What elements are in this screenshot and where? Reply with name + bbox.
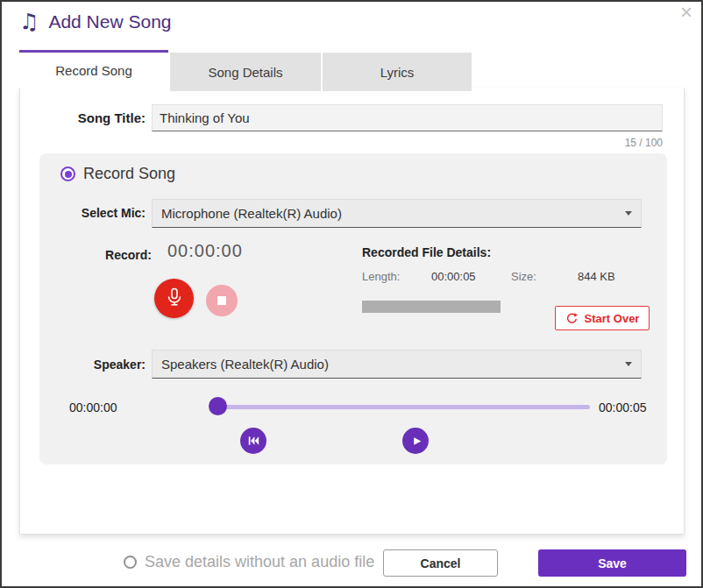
playback-slider-thumb[interactable] (209, 397, 227, 415)
chevron-down-icon (625, 362, 632, 366)
skip-back-icon (247, 435, 259, 447)
record-song-tab-panel: Song Title: 15 / 100 Record Song Select … (19, 88, 685, 535)
size-label: Size: (511, 270, 536, 283)
length-value: 00:00:05 (431, 270, 476, 283)
play-icon (411, 436, 423, 447)
dialog-title: Add New Song (48, 11, 171, 32)
stop-button[interactable] (206, 285, 238, 316)
record-button[interactable] (154, 279, 194, 318)
microphone-icon (166, 287, 183, 309)
char-counter: 15 / 100 (152, 137, 663, 149)
song-title-label: Song Title: (20, 110, 146, 125)
close-icon[interactable]: × (680, 2, 692, 23)
start-over-button[interactable]: Start Over (555, 306, 650, 330)
save-without-audio-radio[interactable]: Save details without an audio file (124, 553, 374, 571)
tab-song-details[interactable]: Song Details (170, 53, 321, 91)
record-song-section: Record Song Select Mic: Microphone (Real… (39, 153, 667, 464)
chevron-down-icon (625, 211, 632, 216)
music-note-icon: ♫ (19, 11, 39, 32)
playback-duration-time: 00:00:05 (599, 400, 647, 414)
select-mic-label: Select Mic: (39, 206, 146, 220)
playback-position-time: 00:00:00 (69, 400, 117, 414)
size-value: 844 KB (578, 270, 615, 283)
length-label: Length: (362, 270, 400, 283)
play-button[interactable] (402, 428, 429, 454)
tab-record-song[interactable]: Record Song (19, 50, 168, 88)
record-timer: 00:00:00 (167, 241, 243, 261)
record-label: Record: (46, 248, 152, 262)
speaker-select-value: Speakers (Realtek(R) Audio) (161, 357, 329, 372)
skip-to-start-button[interactable] (240, 428, 266, 454)
playback-slider-row: 00:00:00 00:00:05 (39, 397, 667, 416)
mic-select[interactable]: Microphone (Realtek(R) Audio) (152, 199, 642, 228)
record-song-radio[interactable]: Record Song (60, 165, 175, 183)
save-button[interactable]: Save (538, 549, 686, 577)
start-over-label: Start Over (585, 312, 640, 325)
tab-lyrics[interactable]: Lyrics (323, 53, 472, 91)
cancel-button[interactable]: Cancel (383, 549, 498, 577)
speaker-label: Speaker: (39, 358, 146, 372)
recording-level-bar (362, 301, 501, 313)
tab-bar: Record Song Song Details Lyrics (19, 50, 472, 91)
refresh-icon (565, 312, 579, 325)
add-new-song-dialog: ♫ Add New Song × Record Song Song Detail… (0, 0, 703, 588)
record-song-radio-label: Record Song (83, 165, 175, 183)
song-title-input[interactable] (152, 104, 663, 131)
dialog-header: ♫ Add New Song (19, 11, 172, 32)
stop-icon (217, 296, 226, 305)
save-without-audio-label: Save details without an audio file (145, 553, 374, 571)
radio-unselected-icon (124, 556, 137, 569)
mic-select-value: Microphone (Realtek(R) Audio) (161, 206, 342, 221)
recorded-file-details-title: Recorded File Details: (362, 245, 491, 259)
playback-slider[interactable] (217, 405, 590, 409)
speaker-select[interactable]: Speakers (Realtek(R) Audio) (152, 350, 642, 379)
radio-selected-icon (60, 166, 75, 181)
